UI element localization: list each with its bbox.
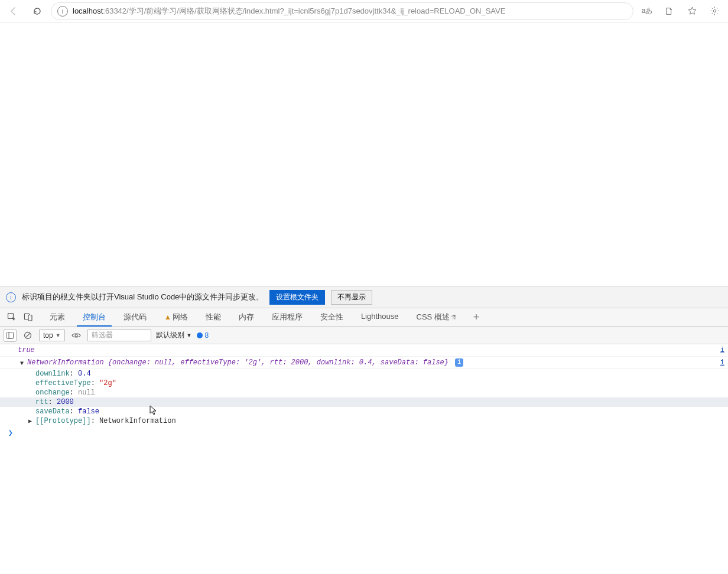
page-viewport: [0, 22, 728, 286]
tab-performance[interactable]: 性能: [197, 308, 229, 326]
info-icon: i: [6, 292, 16, 302]
object-property-row[interactable]: onchange: null: [0, 388, 728, 397]
log-level-selector[interactable]: 默认级别 ▼: [156, 330, 192, 340]
star-icon: [687, 6, 697, 16]
arrow-left-icon: [9, 6, 18, 16]
console-log-row[interactable]: ▼ NetworkInformation {onchange: null, ef…: [0, 357, 728, 369]
object-property-row[interactable]: effectiveType: "2g": [0, 379, 728, 388]
svg-point-0: [713, 9, 716, 12]
more-tabs-button[interactable]: +: [467, 311, 486, 324]
site-info-icon[interactable]: i: [57, 6, 68, 17]
vscode-notification-bar: i 标识项目的根文件夹以打开Visual Studio Code中的源文件并同步…: [0, 286, 728, 308]
console-toolbar: top ▼ 筛选器 默认级别 ▼ 8: [0, 327, 728, 344]
dismiss-button[interactable]: 不再显示: [331, 290, 372, 305]
tab-sources[interactable]: 源代码: [115, 308, 155, 326]
favorite-button[interactable]: [682, 2, 702, 20]
reload-button[interactable]: [27, 2, 47, 20]
address-bar[interactable]: i localhost:63342/学习/前端学习/网络/获取网络状态/inde…: [51, 2, 633, 20]
tab-css-overview[interactable]: CSS 概述⚗: [408, 308, 465, 326]
notification-text: 标识项目的根文件夹以打开Visual Studio Code中的源文件并同步更改…: [22, 292, 264, 302]
chevron-down-icon: ▼: [187, 332, 192, 338]
object-class-name: NetworkInformation: [27, 358, 104, 367]
tab-lighthouse[interactable]: Lighthouse: [353, 308, 407, 326]
info-icon[interactable]: i: [455, 358, 463, 367]
read-aloud-button[interactable]: [659, 2, 680, 20]
tab-network[interactable]: ▲网络: [156, 308, 196, 326]
eye-icon: [72, 332, 81, 339]
clear-icon: [24, 331, 32, 340]
svg-point-8: [75, 334, 77, 337]
context-selector[interactable]: top ▼: [39, 330, 65, 341]
svg-line-7: [26, 333, 30, 337]
device-toolbar-button[interactable]: [21, 310, 35, 324]
tab-console[interactable]: 控制台: [74, 308, 114, 326]
tab-application[interactable]: 应用程序: [264, 308, 311, 326]
warning-icon: ▲: [164, 313, 171, 321]
svg-rect-3: [28, 315, 32, 321]
source-link[interactable]: i: [720, 358, 724, 367]
inspect-icon: [7, 312, 17, 322]
source-link[interactable]: i: [720, 345, 724, 355]
chevron-down-icon: ▼: [56, 332, 61, 338]
console-prompt[interactable]: ❯: [0, 426, 728, 440]
filter-input[interactable]: 筛选器: [87, 330, 151, 341]
live-expression-button[interactable]: [70, 329, 83, 342]
toggle-sidebar-button[interactable]: [4, 329, 17, 342]
object-property-row[interactable]: rtt: 2000: [0, 397, 728, 407]
console-log-row[interactable]: true i: [0, 344, 728, 357]
clear-console-button[interactable]: [21, 329, 34, 342]
svg-rect-4: [7, 332, 14, 338]
issue-dot-icon: [197, 332, 203, 338]
log-value: true: [18, 346, 35, 354]
object-property-row[interactable]: downlink: 0.4: [0, 369, 728, 379]
collapse-triangle-icon[interactable]: ▼: [20, 359, 24, 368]
tab-memory[interactable]: 内存: [230, 308, 262, 326]
reload-icon: [32, 6, 42, 16]
devtools-tabbar: 元素 控制台 源代码 ▲网络 性能 内存 应用程序 安全性 Lighthouse…: [0, 308, 728, 327]
back-button[interactable]: [4, 2, 24, 20]
object-property-row[interactable]: saveData: false: [0, 407, 728, 416]
toolbar-right: aあ: [637, 2, 724, 20]
tab-security[interactable]: 安全性: [312, 308, 352, 326]
object-prototype-row[interactable]: ▶ [[Prototype]]: NetworkInformation: [0, 416, 728, 426]
read-aloud-icon: [665, 6, 674, 16]
browser-toolbar: i localhost:63342/学习/前端学习/网络/获取网络状态/inde…: [0, 0, 728, 22]
inspect-element-button[interactable]: [5, 310, 19, 324]
gear-icon: [710, 6, 720, 16]
translate-button[interactable]: aあ: [637, 2, 657, 20]
issues-badge[interactable]: 8: [197, 331, 209, 340]
expand-triangle-icon[interactable]: ▶: [28, 417, 32, 426]
url-host: localhost:63342/学习/前端学习/网络/获取网络状态/index.…: [73, 6, 505, 17]
device-icon: [24, 312, 33, 322]
console-output: true i ▼ NetworkInformation {onchange: n…: [0, 344, 728, 452]
sidebar-icon: [6, 332, 14, 339]
settings-button[interactable]: [704, 2, 724, 20]
set-root-folder-button[interactable]: 设置根文件夹: [269, 290, 325, 305]
devtools-tabs-list: 元素 控制台 源代码 ▲网络 性能 内存 应用程序 安全性 Lighthouse…: [41, 308, 465, 326]
tab-elements[interactable]: 元素: [41, 308, 73, 326]
beaker-icon: ⚗: [451, 314, 457, 321]
